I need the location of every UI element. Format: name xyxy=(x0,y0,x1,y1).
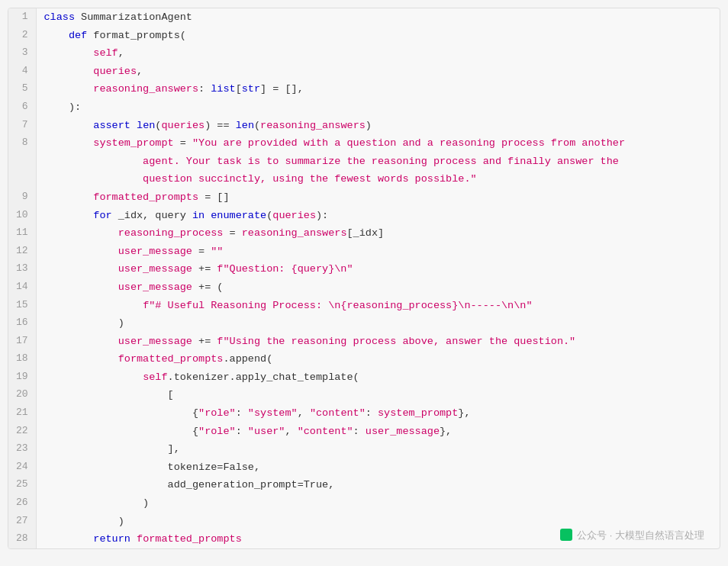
line-code: system_prompt = "You are provided with a… xyxy=(36,134,720,153)
line-number: 20 xyxy=(8,386,36,404)
line-number: 13 xyxy=(8,260,36,278)
table-row: agent. Your task is to summarize the rea… xyxy=(8,153,720,171)
table-row: 11 reasoning_process = reasoning_answers… xyxy=(8,224,720,243)
line-number: 19 xyxy=(8,368,36,387)
line-number: 5 xyxy=(8,80,36,98)
line-number: 21 xyxy=(8,404,36,423)
table-row: 3 self, xyxy=(8,44,720,63)
line-number: 6 xyxy=(8,98,36,117)
line-code: user_message += f"Question: {query}\n" xyxy=(36,260,720,278)
line-number: 2 xyxy=(8,27,36,45)
table-row: 23 ], xyxy=(8,440,720,458)
line-code: ) xyxy=(36,314,720,333)
line-code: user_message = "" xyxy=(36,243,720,261)
table-row: 10 for _idx, query in enumerate(queries)… xyxy=(8,207,720,225)
table-row: 13 user_message += f"Question: {query}\n… xyxy=(8,260,720,278)
table-row: 18 formatted_prompts.append( xyxy=(8,350,720,368)
line-number: 18 xyxy=(8,350,36,368)
table-row: 21 {"role": "system", "content": system_… xyxy=(8,404,720,423)
table-row: 26 ) xyxy=(8,494,720,513)
line-code: reasoning_answers: list[str] = [], xyxy=(36,80,720,98)
line-code: assert len(queries) == len(reasoning_ans… xyxy=(36,117,720,135)
table-row: 9 formatted_prompts = [] xyxy=(8,188,720,207)
table-row: 24 tokenize=False, xyxy=(8,458,720,477)
table-row: 14 user_message += ( xyxy=(8,278,720,297)
wechat-icon xyxy=(560,529,572,541)
watermark-text: 公众号 · 大模型自然语言处理 xyxy=(577,529,704,541)
line-code: [ xyxy=(36,386,720,404)
line-number: 23 xyxy=(8,440,36,458)
line-code: class SummarizationAgent xyxy=(36,8,720,27)
table-row: 5 reasoning_answers: list[str] = [], xyxy=(8,80,720,98)
table-row: 27 ) xyxy=(8,513,720,531)
table-row: 1class SummarizationAgent xyxy=(8,8,720,27)
table-row: 17 user_message += f"Using the reasoning… xyxy=(8,333,720,351)
line-code: formatted_prompts = [] xyxy=(36,188,720,207)
line-code: add_generation_prompt=True, xyxy=(36,476,720,494)
table-row: 4 queries, xyxy=(8,63,720,81)
line-number: 22 xyxy=(8,423,36,441)
line-number: 1 xyxy=(8,8,36,27)
table-row: 12 user_message = "" xyxy=(8,243,720,261)
line-number: 4 xyxy=(8,63,36,81)
table-row: question succinctly, using the fewest wo… xyxy=(8,170,720,188)
watermark: 公众号 · 大模型自然语言处理 xyxy=(560,529,704,542)
table-row: 7 assert len(queries) == len(reasoning_a… xyxy=(8,117,720,135)
table-row: 22 {"role": "user", "content": user_mess… xyxy=(8,423,720,441)
line-number: 11 xyxy=(8,224,36,243)
line-number: 3 xyxy=(8,44,36,63)
line-code: agent. Your task is to summarize the rea… xyxy=(36,153,720,171)
line-code: formatted_prompts.append( xyxy=(36,350,720,368)
line-code: ], xyxy=(36,440,720,458)
line-number: 26 xyxy=(8,494,36,513)
line-number xyxy=(8,153,36,171)
line-code: def format_prompts( xyxy=(36,27,720,45)
line-number: 27 xyxy=(8,513,36,531)
line-number: 28 xyxy=(8,530,36,548)
table-row: 19 self.tokenizer.apply_chat_template( xyxy=(8,368,720,387)
line-number xyxy=(8,170,36,188)
table-row: 6 ): xyxy=(8,98,720,117)
line-number: 12 xyxy=(8,243,36,261)
line-code: ) xyxy=(36,513,720,531)
line-number: 7 xyxy=(8,117,36,135)
table-row: 16 ) xyxy=(8,314,720,333)
line-code: ) xyxy=(36,494,720,513)
line-code: for _idx, query in enumerate(queries): xyxy=(36,207,720,225)
table-row: 25 add_generation_prompt=True, xyxy=(8,476,720,494)
line-number: 10 xyxy=(8,207,36,225)
line-code: user_message += ( xyxy=(36,278,720,297)
table-row: 8 system_prompt = "You are provided with… xyxy=(8,134,720,153)
table-row: 2 def format_prompts( xyxy=(8,27,720,45)
line-number: 16 xyxy=(8,314,36,333)
code-table: 1class SummarizationAgent2 def format_pr… xyxy=(8,8,720,548)
line-code: reasoning_process = reasoning_answers[_i… xyxy=(36,224,720,243)
line-code: ): xyxy=(36,98,720,117)
line-code: f"# Useful Reasoning Process: \n{reasoni… xyxy=(36,297,720,315)
line-code: {"role": "system", "content": system_pro… xyxy=(36,404,720,423)
table-row: 15 f"# Useful Reasoning Process: \n{reas… xyxy=(8,297,720,315)
table-row: 20 [ xyxy=(8,386,720,404)
line-number: 17 xyxy=(8,333,36,351)
line-number: 9 xyxy=(8,188,36,207)
line-number: 15 xyxy=(8,297,36,315)
line-code: self.tokenizer.apply_chat_template( xyxy=(36,368,720,387)
line-number: 8 xyxy=(8,134,36,153)
line-code: tokenize=False, xyxy=(36,458,720,477)
line-code: queries, xyxy=(36,63,720,81)
line-code: user_message += f"Using the reasoning pr… xyxy=(36,333,720,351)
line-code: self, xyxy=(36,44,720,63)
line-number: 14 xyxy=(8,278,36,297)
line-code: {"role": "user", "content": user_message… xyxy=(36,423,720,441)
line-code: question succinctly, using the fewest wo… xyxy=(36,170,720,188)
code-block: 1class SummarizationAgent2 def format_pr… xyxy=(8,8,720,549)
line-number: 25 xyxy=(8,476,36,494)
line-number: 24 xyxy=(8,458,36,477)
